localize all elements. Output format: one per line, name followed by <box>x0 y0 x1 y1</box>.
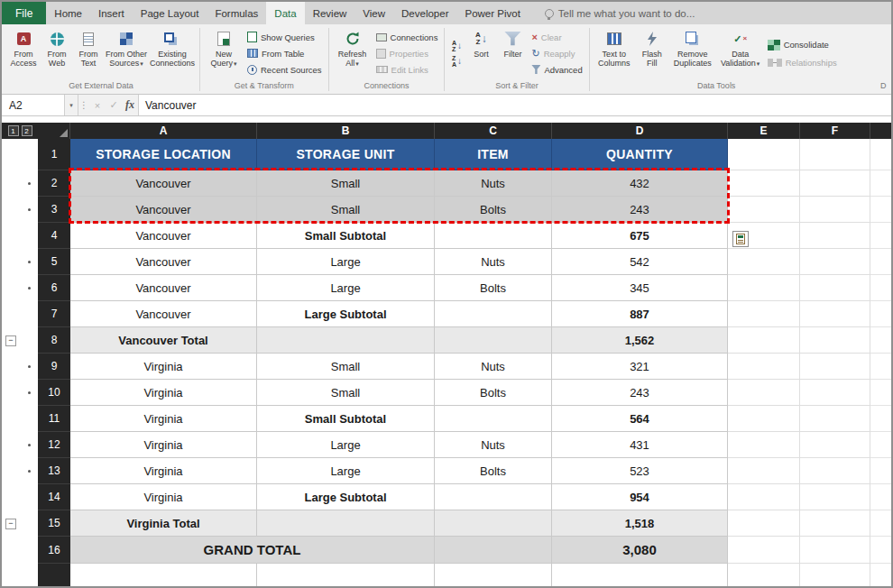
data-validation-button[interactable]: ✓× Data Validation▾ <box>717 27 764 80</box>
cell-F15[interactable] <box>800 510 870 537</box>
row-header-2[interactable]: 2 <box>38 170 70 197</box>
formula-cancel-button[interactable]: × <box>89 95 106 115</box>
cell-B12[interactable]: Large <box>257 432 435 458</box>
cell-F14[interactable] <box>800 484 870 510</box>
paste-options-button[interactable] <box>732 231 749 247</box>
cell-E11[interactable] <box>728 406 800 432</box>
cell-C2[interactable]: Nuts <box>435 170 552 197</box>
empty-cell[interactable] <box>70 564 257 586</box>
row-header-14[interactable]: 14 <box>38 484 70 510</box>
cell-D1[interactable]: QUANTITY <box>552 139 728 170</box>
cell-F7[interactable] <box>800 301 870 327</box>
cell-B11[interactable]: Small Subtotal <box>257 406 435 432</box>
row-header-9[interactable]: 9 <box>38 354 70 380</box>
tab-power-pivot[interactable]: Power Pivot <box>456 2 528 24</box>
cell-D7[interactable]: 887 <box>552 301 728 327</box>
cell-B14[interactable]: Large Subtotal <box>257 484 435 510</box>
from-text-button[interactable]: From Text <box>73 27 104 80</box>
cell-F3[interactable] <box>800 197 870 223</box>
cell-B5[interactable]: Large <box>257 249 435 275</box>
cell-C15[interactable] <box>435 510 552 537</box>
cell-F4[interactable] <box>800 223 870 249</box>
tab-view[interactable]: View <box>354 2 393 24</box>
cell-E8[interactable] <box>728 327 800 354</box>
cell-C10[interactable]: Bolts <box>435 380 552 406</box>
cell-E7[interactable] <box>728 301 800 327</box>
cell-B9[interactable]: Small <box>257 354 435 380</box>
cell-A1[interactable]: STORAGE LOCATION <box>70 139 257 170</box>
cell-B3[interactable]: Small <box>257 197 435 223</box>
column-header-D[interactable]: D <box>552 123 728 139</box>
cell-E6[interactable] <box>728 275 800 301</box>
row-header-5[interactable]: 5 <box>38 249 70 275</box>
cell-C7[interactable] <box>435 301 552 327</box>
from-table-button[interactable]: From Table <box>244 45 325 61</box>
cell-C8[interactable] <box>435 327 552 354</box>
outline-level-2-button[interactable]: 2 <box>22 125 32 136</box>
row-header-1[interactable]: 1 <box>38 139 70 170</box>
text-to-columns-button[interactable]: Text to Columns <box>594 27 635 80</box>
new-query-button[interactable]: New Query▾ <box>204 27 244 80</box>
cell-A5[interactable]: Vancouver <box>70 249 257 275</box>
tab-developer[interactable]: Developer <box>393 2 456 24</box>
cell-B4[interactable]: Small Subtotal <box>257 223 435 249</box>
empty-cell[interactable] <box>552 564 728 586</box>
cell-A7[interactable]: Vancouver <box>70 301 257 327</box>
cell-C3[interactable]: Bolts <box>435 197 552 223</box>
cell-A14[interactable]: Virginia <box>70 484 257 510</box>
insert-function-button[interactable]: fx <box>122 95 138 115</box>
clear-filter-button[interactable]: × Clear <box>529 29 585 45</box>
cell-A15[interactable]: Virginia Total <box>70 510 257 537</box>
cell-E16[interactable] <box>728 537 800 564</box>
filter-button[interactable]: Filter <box>497 27 528 80</box>
refresh-all-button[interactable]: Refresh All▾ <box>333 27 373 80</box>
tab-review[interactable]: Review <box>305 2 355 24</box>
cell-F10[interactable] <box>800 380 870 406</box>
cell-B8[interactable] <box>257 327 435 354</box>
cell-B2[interactable]: Small <box>257 170 435 197</box>
existing-connections-button[interactable]: Existing Connections <box>149 27 196 80</box>
tab-home[interactable]: Home <box>46 2 90 24</box>
tab-formulas[interactable]: Formulas <box>207 2 266 24</box>
row-header-15[interactable]: 15 <box>38 510 70 537</box>
column-header-C[interactable]: C <box>435 123 552 139</box>
cell-D14[interactable]: 954 <box>552 484 728 510</box>
cell-A10[interactable]: Virginia <box>70 380 257 406</box>
row-header-16[interactable]: 16 <box>38 537 70 564</box>
cell-F2[interactable] <box>800 170 870 197</box>
row-header-11[interactable]: 11 <box>38 406 70 432</box>
formula-enter-button[interactable]: ✓ <box>106 95 122 115</box>
cell-A9[interactable]: Virginia <box>70 354 257 380</box>
column-header-F[interactable]: F <box>800 123 870 139</box>
cell-E3[interactable] <box>728 197 800 223</box>
cell-E15[interactable] <box>728 510 800 537</box>
row-header-13[interactable]: 13 <box>38 458 70 484</box>
empty-cell[interactable] <box>435 564 552 586</box>
cell-B1[interactable]: STORAGE UNIT <box>257 139 435 170</box>
formula-bar-resize-handle[interactable]: ⋮ <box>78 95 89 115</box>
sort-ascending-button[interactable]: AZ ↓ <box>448 40 465 53</box>
name-box-dropdown[interactable]: ▾ <box>65 95 78 115</box>
row-header-8[interactable]: 8 <box>38 327 70 354</box>
show-queries-button[interactable]: Show Queries <box>244 29 325 45</box>
relationships-button[interactable]: Relationships <box>765 55 840 71</box>
row-header-7[interactable]: 7 <box>38 301 70 327</box>
cell-E12[interactable] <box>728 432 800 458</box>
cell-C9[interactable]: Nuts <box>435 354 552 380</box>
cell-A8[interactable]: Vancouver Total <box>70 327 257 354</box>
cell-F1[interactable] <box>800 139 870 170</box>
cell-B13[interactable]: Large <box>257 458 435 484</box>
properties-button[interactable]: Properties <box>373 45 441 61</box>
cell-F12[interactable] <box>800 432 870 458</box>
row-header-6[interactable]: 6 <box>38 275 70 301</box>
cell-D11[interactable]: 564 <box>552 406 728 432</box>
cell-C12[interactable]: Nuts <box>435 432 552 458</box>
flash-fill-button[interactable]: Flash Fill <box>636 27 668 80</box>
cell-C13[interactable]: Bolts <box>435 458 552 484</box>
row-header-12[interactable]: 12 <box>38 432 70 458</box>
cell-C6[interactable]: Bolts <box>435 275 552 301</box>
remove-duplicates-button[interactable]: Remove Duplicates <box>669 27 716 80</box>
empty-cell[interactable] <box>257 564 435 586</box>
cell-D15[interactable]: 1,518 <box>552 510 728 537</box>
cell-D16[interactable]: 3,080 <box>552 537 728 564</box>
